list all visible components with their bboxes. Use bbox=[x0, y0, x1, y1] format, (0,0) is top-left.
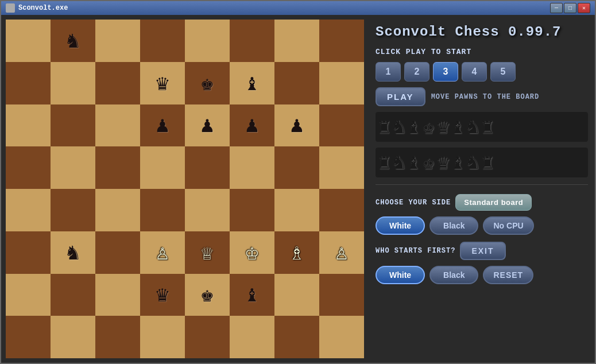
board-cell[interactable] bbox=[140, 316, 185, 358]
black-bishop-4[interactable]: ♝ bbox=[451, 150, 464, 175]
board-cell[interactable] bbox=[6, 104, 51, 147]
board-cell[interactable]: ♝ bbox=[230, 274, 274, 316]
play-button[interactable]: PLAY bbox=[376, 87, 425, 106]
black-bishop-3[interactable]: ♝ bbox=[407, 150, 420, 175]
board-cell[interactable]: ♛ bbox=[140, 274, 185, 316]
black-knight-2[interactable]: ♞ bbox=[466, 114, 479, 140]
board-cell[interactable] bbox=[51, 189, 95, 231]
board-cell[interactable]: ♔ bbox=[230, 231, 274, 274]
black-king[interactable]: ♚ bbox=[422, 114, 435, 140]
chess-board[interactable]: ♞♛♚♝♟♟♟♟♞♙♕♔♗♙♛♚♝ bbox=[6, 20, 364, 358]
board-cell[interactable]: ♟ bbox=[230, 104, 274, 147]
board-cell[interactable]: ♙ bbox=[319, 231, 364, 274]
black-bishop-2[interactable]: ♝ bbox=[451, 114, 464, 140]
black-queen[interactable]: ♛ bbox=[437, 114, 450, 140]
board-cell[interactable] bbox=[95, 20, 140, 62]
board-cell[interactable] bbox=[140, 20, 185, 62]
board-cell[interactable] bbox=[95, 231, 140, 274]
board-cell[interactable]: ♛ bbox=[140, 62, 185, 104]
board-cell[interactable] bbox=[140, 146, 185, 189]
board-cell[interactable] bbox=[319, 146, 364, 189]
board-cell[interactable] bbox=[319, 104, 364, 147]
board-cell[interactable] bbox=[319, 274, 364, 316]
board-cell[interactable] bbox=[274, 316, 319, 358]
black-knight-1[interactable]: ♞ bbox=[393, 114, 405, 140]
black-starts-button[interactable]: Black bbox=[429, 266, 478, 284]
board-cell[interactable]: ♕ bbox=[185, 231, 230, 274]
board-cell[interactable]: ♚ bbox=[185, 274, 230, 316]
black-rook-3[interactable]: ♜ bbox=[378, 150, 390, 175]
board-cell[interactable] bbox=[95, 274, 140, 316]
exit-button[interactable]: EXIT bbox=[460, 242, 505, 260]
board-cell[interactable] bbox=[140, 189, 185, 231]
board-cell[interactable]: ♙ bbox=[140, 231, 185, 274]
difficulty-button-5[interactable]: 5 bbox=[490, 62, 516, 82]
black-queen-2[interactable]: ♛ bbox=[437, 150, 450, 175]
board-cell[interactable] bbox=[51, 62, 95, 104]
who-starts-label: WHO STARTS FIRST? bbox=[376, 247, 455, 255]
board-cell[interactable] bbox=[319, 62, 364, 104]
black-king-2[interactable]: ♚ bbox=[422, 150, 435, 175]
difficulty-button-1[interactable]: 1 bbox=[376, 62, 401, 82]
board-cell[interactable] bbox=[51, 146, 95, 189]
board-cell[interactable] bbox=[6, 316, 51, 358]
board-cell[interactable] bbox=[95, 316, 140, 358]
black-side-button[interactable]: Black bbox=[429, 216, 478, 235]
board-cell[interactable] bbox=[51, 316, 95, 358]
close-button[interactable]: ✕ bbox=[578, 3, 590, 13]
board-cell[interactable] bbox=[274, 274, 319, 316]
black-bishop-1[interactable]: ♝ bbox=[407, 114, 420, 140]
board-cell[interactable]: ♟ bbox=[140, 104, 185, 147]
board-cell[interactable] bbox=[6, 20, 51, 62]
board-cell[interactable] bbox=[95, 104, 140, 147]
white-side-button[interactable]: White bbox=[376, 216, 425, 235]
board-cell[interactable] bbox=[274, 189, 319, 231]
board-cell[interactable] bbox=[51, 104, 95, 147]
board-cell[interactable] bbox=[6, 231, 51, 274]
board-cell[interactable] bbox=[274, 62, 319, 104]
black-rook-2[interactable]: ♜ bbox=[481, 114, 494, 140]
board-cell[interactable] bbox=[6, 189, 51, 231]
white-starts-button[interactable]: White bbox=[376, 266, 425, 284]
board-cell[interactable] bbox=[230, 189, 274, 231]
board-cell[interactable] bbox=[319, 189, 364, 231]
board-cell[interactable] bbox=[274, 20, 319, 62]
no-cpu-button[interactable]: No CPU bbox=[483, 216, 533, 235]
board-cell[interactable]: ♚ bbox=[185, 62, 230, 104]
board-cell[interactable] bbox=[6, 274, 51, 316]
board-cell[interactable]: ♞ bbox=[51, 20, 95, 62]
board-cell[interactable] bbox=[230, 146, 274, 189]
board-cell[interactable] bbox=[319, 316, 364, 358]
difficulty-button-4[interactable]: 4 bbox=[462, 62, 487, 82]
board-cell[interactable] bbox=[230, 316, 274, 358]
board-cell[interactable] bbox=[95, 146, 140, 189]
board-cell[interactable] bbox=[185, 20, 230, 62]
board-cell[interactable] bbox=[6, 146, 51, 189]
board-cell[interactable]: ♗ bbox=[274, 231, 319, 274]
reset-button[interactable]: RESET bbox=[483, 266, 533, 284]
black-knight-3[interactable]: ♞ bbox=[393, 150, 405, 175]
board-cell[interactable] bbox=[319, 20, 364, 62]
difficulty-button-2[interactable]: 2 bbox=[404, 62, 429, 82]
minimize-button[interactable]: ─ bbox=[550, 3, 563, 13]
main-content: ♞♛♚♝♟♟♟♟♞♙♕♔♗♙♛♚♝ Sconvolt Chess 0.99.7 … bbox=[1, 15, 595, 363]
board-cell[interactable]: ♟ bbox=[185, 104, 230, 147]
board-cell[interactable] bbox=[185, 146, 230, 189]
board-cell[interactable] bbox=[185, 316, 230, 358]
difficulty-button-3[interactable]: 3 bbox=[433, 62, 458, 82]
standard-board-button[interactable]: Standard board bbox=[455, 194, 532, 211]
board-cell[interactable] bbox=[95, 62, 140, 104]
black-rook-4[interactable]: ♜ bbox=[481, 150, 494, 175]
board-cell[interactable] bbox=[51, 274, 95, 316]
board-cell[interactable]: ♟ bbox=[274, 104, 319, 147]
board-cell[interactable]: ♝ bbox=[230, 62, 274, 104]
board-cell[interactable] bbox=[185, 189, 230, 231]
board-cell[interactable] bbox=[274, 146, 319, 189]
maximize-button[interactable]: □ bbox=[564, 3, 576, 13]
board-cell[interactable] bbox=[6, 62, 51, 104]
board-cell[interactable]: ♞ bbox=[51, 231, 95, 274]
black-knight-4[interactable]: ♞ bbox=[466, 150, 479, 175]
board-cell[interactable] bbox=[230, 20, 274, 62]
black-rook-1[interactable]: ♜ bbox=[378, 114, 390, 140]
board-cell[interactable] bbox=[95, 189, 140, 231]
